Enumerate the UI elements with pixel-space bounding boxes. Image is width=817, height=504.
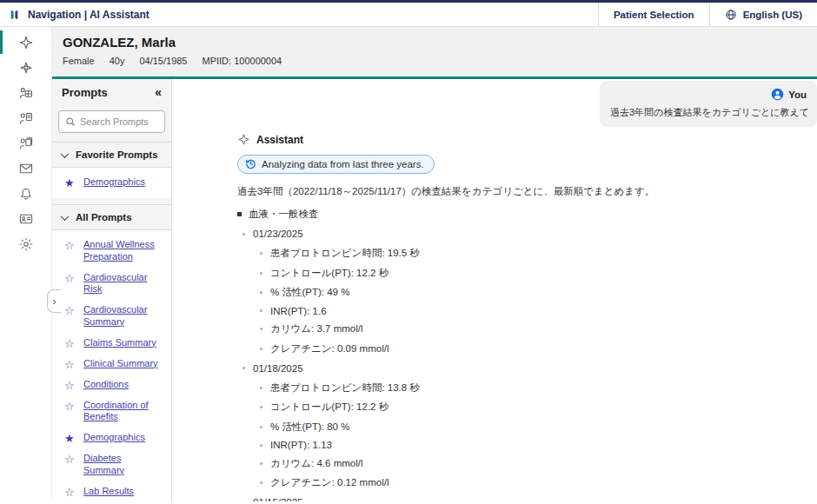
result-item: 患者プロトロンビン時間: 19.5 秒 [260, 247, 808, 260]
assistant-sender-label: Assistant [256, 134, 303, 146]
prompt-link[interactable]: Clinical Summary [83, 358, 158, 370]
prompt-link[interactable]: Claims Summary [83, 337, 156, 349]
rail-item-patient-notes[interactable] [0, 105, 51, 130]
result-date-group: 01/15/2025ヘモグロビン: 119 g/l赤血球数: 3.84 × 10… [237, 497, 808, 501]
rail-item-ai-assistant[interactable] [0, 30, 51, 55]
prompt-link[interactable]: Cardiovascular Summary [83, 304, 164, 328]
bullet-icon [260, 252, 262, 255]
result-item: コントロール(PT): 12.2 秒 [260, 267, 808, 280]
result-item: INR(PT): 1.6 [260, 306, 808, 316]
star-outline-icon[interactable]: ☆ [64, 338, 76, 349]
prompt-link[interactable]: Demographics [83, 432, 145, 444]
prompt-list: ★Demographics [52, 168, 171, 198]
prompt-item[interactable]: ☆Cardiovascular Summary [52, 300, 171, 333]
prompt-link[interactable]: Annual Wellness Preparation [83, 239, 164, 263]
bullet-icon [260, 406, 262, 408]
rail-item-ai-settings[interactable] [0, 55, 51, 80]
app-title: Navigation | AI Assistant [28, 9, 149, 21]
star-outline-icon[interactable]: ☆ [64, 305, 76, 316]
prompt-item[interactable]: ☆Conditions [52, 375, 171, 395]
result-date-group: 01/18/2025患者プロトロンビン時間: 13.8 秒コントロール(PT):… [237, 363, 808, 490]
assistant-sparkle-icon [237, 133, 250, 146]
section-header-all-prompts[interactable]: All Prompts [52, 204, 171, 230]
prompt-link[interactable]: Diabetes Summary [83, 453, 164, 477]
bullet-icon [242, 501, 245, 502]
result-groups: 01/23/2025患者プロトロンビン時間: 19.5 秒コントロール(PT):… [237, 229, 808, 501]
prompt-link[interactable]: Coordination of Benefits [83, 400, 164, 424]
prompt-item[interactable]: ☆Claims Summary [52, 333, 171, 354]
result-item: % 活性(PT): 80 % [260, 421, 808, 434]
patient-selection-button[interactable]: Patient Selection [598, 3, 709, 26]
bullet-icon [260, 387, 262, 389]
result-item: 患者プロトロンビン時間: 13.8 秒 [260, 381, 808, 395]
bullet-icon [260, 462, 262, 465]
rail-item-settings[interactable] [0, 231, 51, 256]
star-outline-icon[interactable]: ☆ [64, 359, 76, 370]
rail-item-messages[interactable] [0, 156, 51, 181]
assistant-intro-text: 過去3年間（2022/11/18～2025/11/17）の検査結果をカテゴリごと… [237, 185, 808, 198]
prompt-link[interactable]: Demographics [83, 176, 145, 189]
prompt-item[interactable]: ★Demographics [52, 428, 171, 448]
prompt-link[interactable]: Conditions [83, 379, 129, 391]
bullet-icon [242, 233, 245, 235]
bullet-icon [260, 481, 262, 484]
prompt-item[interactable]: ☆Clinical Summary [52, 354, 171, 375]
patient-age: 40y [110, 56, 125, 66]
section-header-favorite-prompts[interactable]: Favorite Prompts [52, 142, 171, 168]
patient-summary-icon [18, 85, 34, 101]
rail-item-patient-id[interactable] [0, 206, 51, 231]
ai-assistant-icon [18, 35, 34, 50]
prompt-item[interactable]: ☆Coordination of Benefits [52, 395, 171, 428]
chat-area: You 過去3年間の検査結果をカテゴリごとに教えて Assistant [172, 79, 817, 501]
search-icon [65, 116, 76, 127]
star-outline-icon[interactable]: ☆ [64, 487, 76, 498]
result-date: 01/15/2025 [242, 497, 808, 501]
prompt-link[interactable]: Cardiovascular Risk [83, 272, 164, 296]
bullet-icon [242, 367, 245, 369]
square-bullet-icon [237, 212, 242, 216]
prompt-item[interactable]: ☆Lab Results [52, 481, 171, 502]
result-date: 01/23/2025 [242, 229, 808, 239]
prompts-panel: Prompts « Favorite Prompts★DemographicsA… [52, 79, 172, 501]
patient-banner: GONZALEZ, Marla Female 40y 04/15/1985 MP… [52, 27, 817, 79]
prompt-item[interactable]: ★Demographics [52, 172, 171, 193]
result-item: カリウム: 4.6 mmol/l [260, 457, 808, 470]
star-outline-icon[interactable]: ☆ [64, 240, 76, 251]
result-item: コントロール(PT): 12.2 秒 [260, 401, 808, 414]
patient-notes-icon [18, 110, 34, 126]
patient-records-icon [18, 136, 34, 151]
star-filled-icon[interactable]: ★ [64, 177, 76, 189]
result-item: クレアチニン: 0.12 mmol/l [260, 476, 808, 489]
prompt-item[interactable]: ☆Diabetes Summary [52, 448, 171, 481]
result-item: % 活性(PT): 49 % [260, 286, 808, 299]
search-input[interactable] [80, 116, 158, 127]
prompt-search[interactable] [58, 110, 165, 133]
patient-dob: 04/15/1985 [139, 56, 187, 66]
rail-item-patient-records[interactable] [0, 130, 51, 156]
rail-item-patient-summary[interactable] [0, 80, 51, 105]
language-button[interactable]: English (US) [709, 3, 817, 26]
star-outline-icon[interactable]: ☆ [64, 273, 76, 284]
bullet-icon [260, 328, 262, 330]
user-sender-label: You [788, 90, 807, 100]
patient-name: GONZALEZ, Marla [63, 35, 807, 50]
history-icon [245, 158, 256, 169]
prompt-link[interactable]: Lab Results [83, 486, 134, 498]
collapse-panel-icon[interactable]: « [155, 85, 162, 99]
star-outline-icon[interactable]: ☆ [64, 380, 76, 391]
bullet-icon [260, 272, 262, 275]
star-outline-icon[interactable]: ☆ [64, 454, 76, 465]
settings-icon [18, 236, 34, 252]
patient-mpiid: MPIID: 100000004 [203, 56, 282, 66]
panel-expander-handle[interactable]: › [47, 289, 61, 313]
rail-item-notifications[interactable] [0, 181, 51, 206]
icon-rail [0, 27, 52, 501]
prompt-item[interactable]: ☆Cardiovascular Risk [52, 268, 171, 301]
star-outline-icon[interactable]: ☆ [64, 401, 76, 412]
globe-icon [725, 9, 737, 21]
star-filled-icon[interactable]: ★ [64, 433, 76, 444]
prompt-item[interactable]: ☆Annual Wellness Preparation [52, 235, 171, 268]
result-date-group: 01/23/2025患者プロトロンビン時間: 19.5 秒コントロール(PT):… [237, 229, 808, 355]
result-item: INR(PT): 1.13 [260, 440, 808, 450]
patient-sex: Female [63, 56, 95, 66]
